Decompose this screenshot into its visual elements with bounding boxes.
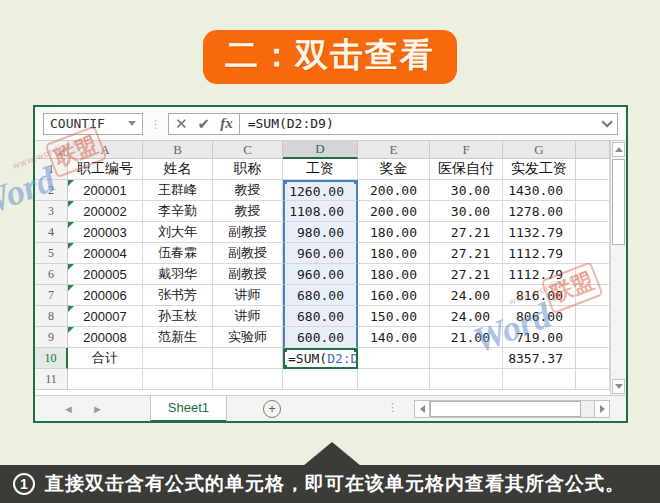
cell-D7[interactable]: 680.00 — [283, 285, 358, 306]
cell-A8[interactable]: 200007 — [68, 306, 143, 327]
cell-H7[interactable] — [576, 285, 610, 306]
cell-D4[interactable]: 980.00 — [283, 222, 358, 243]
cell-G6[interactable]: 1112.79 — [503, 264, 576, 285]
row-header-11[interactable]: 11 — [35, 369, 68, 390]
cell-B7[interactable]: 张书芳 — [143, 285, 213, 306]
cell-C10[interactable] — [213, 348, 283, 369]
scroll-right-button[interactable] — [594, 400, 610, 418]
cell-A3[interactable]: 200002 — [68, 201, 143, 222]
sheet-nav-right-icon[interactable]: ► — [92, 403, 103, 415]
cell-H6[interactable] — [576, 264, 610, 285]
cell-D5[interactable]: 960.00 — [283, 243, 358, 264]
cell-G11[interactable] — [503, 369, 576, 390]
column-header-b[interactable]: B — [143, 141, 213, 159]
formula-input[interactable]: =SUM(D2:D9) — [239, 113, 618, 135]
cell-E8[interactable]: 150.00 — [358, 306, 430, 327]
cell-D11[interactable] — [283, 369, 358, 390]
cell-C11[interactable] — [213, 369, 283, 390]
column-header-d-selected[interactable]: D — [283, 141, 358, 159]
row-header-4[interactable]: 4 — [35, 222, 68, 243]
horizontal-scroll-thumb[interactable] — [430, 401, 581, 417]
row-header-1[interactable]: 1 — [35, 159, 68, 180]
cell-H11[interactable] — [576, 369, 610, 390]
cell-D8[interactable]: 680.00 — [283, 306, 358, 327]
cell-E2[interactable]: 200.00 — [358, 180, 430, 201]
cell-F3[interactable]: 30.00 — [430, 201, 503, 222]
column-header-c[interactable]: C — [213, 141, 283, 159]
cell-D3[interactable]: 1108.00 — [283, 201, 358, 222]
scroll-left-button[interactable] — [414, 400, 430, 418]
cell-A9[interactable]: 200008 — [68, 327, 143, 348]
cell-C5[interactable]: 副教授 — [213, 243, 283, 264]
cell-G5[interactable]: 1112.79 — [503, 243, 576, 264]
cell-B8[interactable]: 孙玉枝 — [143, 306, 213, 327]
cell-D9[interactable]: 600.00 — [283, 327, 358, 348]
cell-F7[interactable]: 24.00 — [430, 285, 503, 306]
cell-E5[interactable]: 180.00 — [358, 243, 430, 264]
sheet-nav-left-icon[interactable]: ◄ — [63, 403, 74, 415]
cell-B5[interactable]: 伍春霖 — [143, 243, 213, 264]
cell-H10[interactable] — [576, 348, 610, 369]
cell-A6[interactable]: 200005 — [68, 264, 143, 285]
expand-formula-bar-icon[interactable] — [601, 116, 612, 127]
cell-G1[interactable]: 实发工资 — [503, 159, 576, 180]
cell-E6[interactable]: 180.00 — [358, 264, 430, 285]
column-header-partial[interactable] — [576, 141, 610, 159]
cell-E11[interactable] — [358, 369, 430, 390]
cell-H9[interactable] — [576, 327, 610, 348]
row-header-5[interactable]: 5 — [35, 243, 68, 264]
horizontal-scrollbar[interactable] — [414, 400, 610, 418]
cell-F11[interactable] — [430, 369, 503, 390]
cancel-icon[interactable]: ✕ — [175, 116, 188, 131]
enter-icon[interactable]: ✔ — [198, 116, 211, 131]
name-box[interactable]: COUNTIF — [43, 113, 143, 135]
insert-function-icon[interactable]: fx — [220, 115, 233, 132]
cell-H5[interactable] — [576, 243, 610, 264]
cell-F8[interactable]: 24.00 — [430, 306, 503, 327]
column-header-g[interactable]: G — [503, 141, 576, 159]
cell-E4[interactable]: 180.00 — [358, 222, 430, 243]
cell-E1[interactable]: 奖金 — [358, 159, 430, 180]
cell-C4[interactable]: 副教授 — [213, 222, 283, 243]
cell-H2[interactable] — [576, 180, 610, 201]
cell-B3[interactable]: 李辛勤 — [143, 201, 213, 222]
cell-B10[interactable] — [143, 348, 213, 369]
cell-F6[interactable]: 27.21 — [430, 264, 503, 285]
cell-D6[interactable]: 960.00 — [283, 264, 358, 285]
cell-E10[interactable] — [358, 348, 430, 369]
vertical-scroll-thumb[interactable] — [612, 159, 625, 245]
cell-G10[interactable]: 8357.37 — [503, 348, 576, 369]
cell-H8[interactable] — [576, 306, 610, 327]
cell-G3[interactable]: 1278.00 — [503, 201, 576, 222]
cell-A4[interactable]: 200003 — [68, 222, 143, 243]
row-header-6[interactable]: 6 — [35, 264, 68, 285]
cell-H4[interactable] — [576, 222, 610, 243]
column-header-a[interactable]: A — [68, 141, 143, 159]
row-header-10[interactable]: 10 — [35, 348, 68, 369]
cell-C7[interactable]: 讲师 — [213, 285, 283, 306]
horizontal-scroll-track[interactable] — [430, 400, 594, 418]
cell-E7[interactable]: 160.00 — [358, 285, 430, 306]
cell-C1[interactable]: 职称 — [213, 159, 283, 180]
cell-F9[interactable]: 21.00 — [430, 327, 503, 348]
scroll-down-button[interactable] — [612, 379, 625, 394]
row-header-8[interactable]: 8 — [35, 306, 68, 327]
cell-H1[interactable] — [576, 159, 610, 180]
cell-B4[interactable]: 刘大年 — [143, 222, 213, 243]
cell-A11[interactable] — [68, 369, 143, 390]
tab-sheet1[interactable]: Sheet1 — [150, 396, 227, 422]
vertical-scrollbar[interactable] — [610, 141, 626, 395]
edit-handle-icon[interactable] — [283, 348, 287, 352]
scroll-up-button[interactable] — [612, 142, 625, 157]
cell-D10-editing[interactable]: =SUM(D2:D9) — [283, 348, 358, 369]
column-header-f[interactable]: F — [430, 141, 503, 159]
cell-G4[interactable]: 1132.79 — [503, 222, 576, 243]
cell-B6[interactable]: 戴羽华 — [143, 264, 213, 285]
row-header-2[interactable]: 2 — [35, 180, 68, 201]
cell-A1[interactable]: 职工编号 — [68, 159, 143, 180]
cell-A2[interactable]: 200001 — [68, 180, 143, 201]
add-sheet-button[interactable]: + — [263, 400, 281, 418]
select-all-corner[interactable] — [35, 141, 68, 159]
cell-C6[interactable]: 副教授 — [213, 264, 283, 285]
cell-F5[interactable]: 27.21 — [430, 243, 503, 264]
